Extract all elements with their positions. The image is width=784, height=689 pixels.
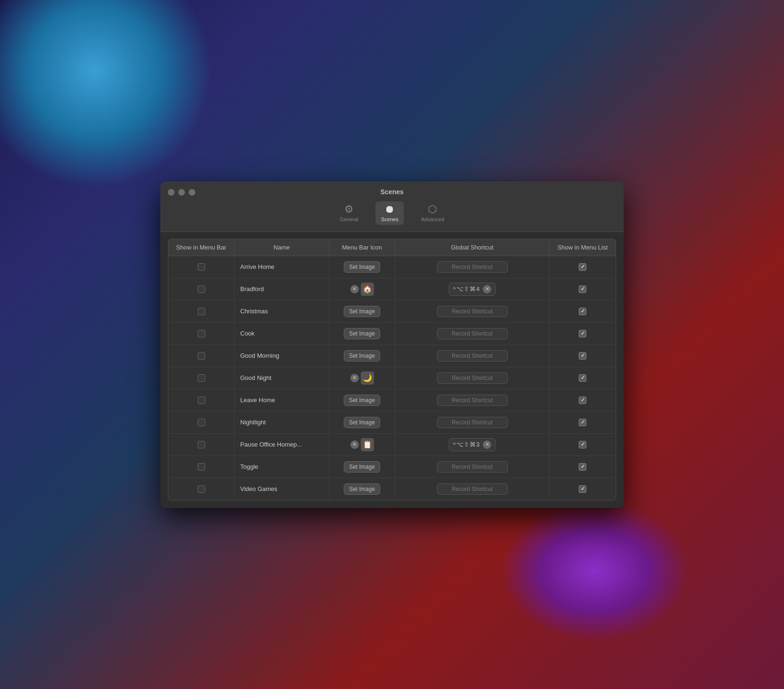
shortcut-cell-arrive-home: Record Shortcut (395, 256, 549, 278)
checkbox-input-pause-office[interactable] (198, 441, 205, 448)
main-window: Scenes ⚙ General ⏺ Scenes ⬡ Advanced Sho… (160, 181, 624, 508)
show-in-menu-list-cell-toggle (549, 456, 616, 478)
header-menu-bar-icon: Menu Bar Icon (329, 239, 395, 256)
checkbox-menu-bar-arrive-home (168, 256, 235, 278)
clear-shortcut-button-bradford[interactable]: ✕ (483, 285, 491, 293)
set-image-button-leave-home[interactable]: Set Image (344, 395, 380, 406)
tab-scenes[interactable]: ⏺ Scenes (375, 201, 404, 225)
minimize-button[interactable] (178, 189, 185, 196)
name-cell-bradford: Bradford (235, 278, 329, 300)
checkbox-input-toggle[interactable] (198, 463, 205, 471)
tab-scenes-label: Scenes (381, 216, 399, 222)
clear-icon-button-good-night[interactable]: ✕ (350, 374, 359, 382)
show-in-menu-list-checkbox-pause-office[interactable] (579, 441, 586, 448)
set-image-button-toggle[interactable]: Set Image (344, 461, 380, 473)
show-in-menu-list-checkbox-video-games[interactable] (579, 485, 586, 493)
shortcut-cell-good-morning: Record Shortcut (395, 345, 549, 367)
record-shortcut-button-arrive-home[interactable]: Record Shortcut (437, 261, 508, 273)
icon-container-bradford: ✕🏠 (350, 283, 374, 296)
maximize-button[interactable] (189, 189, 195, 196)
shortcut-display-pause-office: ^⌥⇧⌘3✕ (449, 438, 496, 451)
icon-cell-pause-office: ✕📋 (329, 434, 395, 456)
show-in-menu-list-cell-cook (549, 323, 616, 344)
icon-cell-arrive-home: Set Image (329, 256, 395, 278)
show-in-menu-list-checkbox-leave-home[interactable] (579, 396, 586, 404)
table-body: Arrive HomeSet ImageRecord ShortcutBradf… (168, 256, 616, 500)
record-shortcut-button-christmas[interactable]: Record Shortcut (437, 306, 508, 317)
clear-icon-button-pause-office[interactable]: ✕ (350, 440, 359, 449)
show-in-menu-list-checkbox-good-morning[interactable] (579, 352, 586, 360)
checkbox-menu-bar-bradford (168, 278, 235, 300)
record-shortcut-button-video-games[interactable]: Record Shortcut (437, 483, 508, 495)
shortcut-cell-good-night: Record Shortcut (395, 367, 549, 389)
show-in-menu-list-checkbox-good-night[interactable] (579, 374, 586, 382)
shortcut-keys-pause-office: ^⌥⇧⌘3 (453, 441, 480, 448)
close-button[interactable] (168, 189, 174, 196)
general-icon: ⚙ (344, 204, 354, 215)
record-shortcut-button-toggle[interactable]: Record Shortcut (437, 461, 508, 473)
set-image-button-good-morning[interactable]: Set Image (344, 350, 380, 362)
checkbox-menu-bar-pause-office (168, 434, 235, 456)
show-in-menu-list-checkbox-bradford[interactable] (579, 285, 586, 293)
show-in-menu-list-checkbox-nightlight[interactable] (579, 419, 586, 426)
record-shortcut-button-leave-home[interactable]: Record Shortcut (437, 395, 508, 406)
header-global-shortcut: Global Shortcut (395, 239, 549, 256)
table-row: Good MorningSet ImageRecord Shortcut (168, 345, 616, 367)
icon-cell-nightlight: Set Image (329, 412, 395, 433)
record-shortcut-button-nightlight[interactable]: Record Shortcut (437, 417, 508, 428)
record-shortcut-button-good-morning[interactable]: Record Shortcut (437, 350, 508, 362)
checkbox-input-good-morning[interactable] (198, 352, 205, 360)
table-row: Leave HomeSet ImageRecord Shortcut (168, 389, 616, 412)
record-shortcut-button-cook[interactable]: Record Shortcut (437, 328, 508, 339)
checkbox-input-bradford[interactable] (198, 285, 205, 293)
tab-advanced-label: Advanced (421, 216, 444, 222)
clear-shortcut-button-pause-office[interactable]: ✕ (483, 440, 491, 449)
show-in-menu-list-cell-good-night (549, 367, 616, 389)
tab-general[interactable]: ⚙ General (334, 201, 364, 225)
show-in-menu-list-cell-arrive-home (549, 256, 616, 278)
checkbox-input-nightlight[interactable] (198, 419, 205, 426)
name-cell-good-morning: Good Morning (235, 345, 329, 367)
shortcut-cell-toggle: Record Shortcut (395, 456, 549, 478)
tab-advanced[interactable]: ⬡ Advanced (415, 201, 450, 225)
show-in-menu-list-cell-christmas (549, 301, 616, 322)
shortcut-cell-christmas: Record Shortcut (395, 301, 549, 322)
name-cell-arrive-home: Arrive Home (235, 256, 329, 278)
header-show-in-menu-bar: Show in Menu Bar (168, 239, 235, 256)
set-image-button-cook[interactable]: Set Image (344, 328, 380, 339)
icon-cell-toggle: Set Image (329, 456, 395, 478)
icon-container-good-night: ✕🌙 (350, 371, 374, 385)
show-in-menu-list-cell-bradford (549, 278, 616, 300)
icon-cell-good-morning: Set Image (329, 345, 395, 367)
shortcut-cell-cook: Record Shortcut (395, 323, 549, 344)
clear-icon-button-bradford[interactable]: ✕ (350, 285, 359, 293)
set-image-button-video-games[interactable]: Set Image (344, 483, 380, 495)
table-row: NightlightSet ImageRecord Shortcut (168, 412, 616, 434)
show-in-menu-list-checkbox-cook[interactable] (579, 330, 586, 337)
checkbox-input-arrive-home[interactable] (198, 263, 205, 271)
name-cell-cook: Cook (235, 323, 329, 344)
checkbox-input-cook[interactable] (198, 330, 205, 337)
window-title: Scenes (380, 188, 403, 196)
name-cell-video-games: Video Games (235, 478, 329, 500)
show-in-menu-list-cell-good-morning (549, 345, 616, 367)
show-in-menu-list-checkbox-toggle[interactable] (579, 463, 586, 471)
show-in-menu-list-checkbox-arrive-home[interactable] (579, 263, 586, 271)
content-area: Show in Menu Bar Name Menu Bar Icon Glob… (160, 239, 624, 508)
checkbox-menu-bar-good-night (168, 367, 235, 389)
checkbox-input-christmas[interactable] (198, 308, 205, 315)
checkbox-input-video-games[interactable] (198, 485, 205, 493)
name-cell-toggle: Toggle (235, 456, 329, 478)
set-image-button-arrive-home[interactable]: Set Image (344, 261, 380, 273)
checkbox-input-good-night[interactable] (198, 374, 205, 382)
record-shortcut-button-good-night[interactable]: Record Shortcut (437, 372, 508, 384)
checkbox-input-leave-home[interactable] (198, 396, 205, 404)
show-in-menu-list-checkbox-christmas[interactable] (579, 308, 586, 315)
header-show-in-menu-list: Show in Menu List (549, 239, 616, 256)
checkbox-menu-bar-cook (168, 323, 235, 344)
icon-cell-bradford: ✕🏠 (329, 278, 395, 300)
icon-cell-cook: Set Image (329, 323, 395, 344)
name-cell-good-night: Good Night (235, 367, 329, 389)
set-image-button-christmas[interactable]: Set Image (344, 306, 380, 317)
set-image-button-nightlight[interactable]: Set Image (344, 417, 380, 428)
